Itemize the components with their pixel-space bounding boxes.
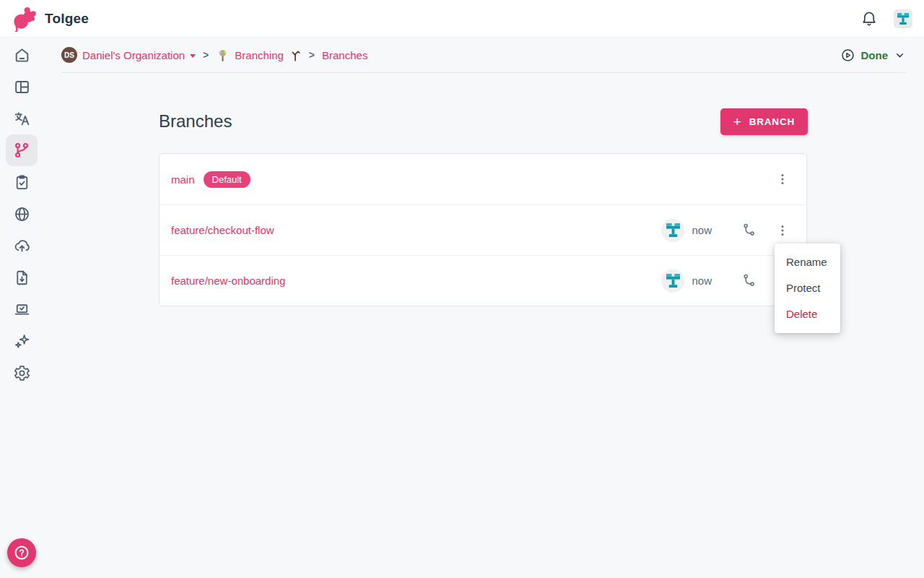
sidebar-item-settings[interactable] (6, 357, 38, 389)
sidebar-item-import[interactable] (6, 262, 38, 293)
default-badge: Default (204, 171, 250, 188)
dropdown-caret-icon (190, 54, 196, 58)
tasks-clipboard-icon (13, 173, 31, 191)
breadcrumb-page-link[interactable]: Branches (322, 49, 367, 61)
page-head: Branches + BRANCH (159, 105, 808, 137)
status-label: Done (861, 49, 889, 61)
sidebar-item-translations[interactable] (6, 103, 38, 134)
breadcrumb-trail: DS Daniel's Organization > Branching (61, 47, 367, 63)
sparkles-icon (13, 332, 31, 350)
sidebar-item-home[interactable] (6, 39, 38, 71)
page-title: Branches (159, 111, 232, 131)
task-status-selector[interactable]: Done (840, 48, 907, 63)
top-header: Tolgee (0, 0, 924, 38)
breadcrumb-project-label: Branching (235, 49, 284, 61)
author-avatar (661, 219, 684, 242)
branch-row-checkout-flow: feature/checkout-flow now (160, 204, 806, 255)
branch-row-new-onboarding: feature/new-onboarding now (160, 255, 806, 306)
branch-icon (12, 141, 31, 160)
notifications-bell-icon[interactable] (860, 10, 878, 27)
header-actions (860, 9, 912, 28)
plus-icon: + (733, 115, 742, 129)
app-logo[interactable]: Tolgee (12, 6, 89, 32)
bare-tree-icon (289, 48, 302, 62)
tolgee-app: Tolgee DS Daniel' (0, 0, 924, 578)
branch-name-link[interactable]: main (171, 173, 195, 186)
branch-row-main: main Default (160, 154, 806, 204)
sidebar-item-ai[interactable] (6, 325, 38, 357)
branch-name-link[interactable]: feature/checkout-flow (171, 224, 274, 236)
row-actions (757, 171, 790, 187)
identicon-icon (666, 223, 680, 237)
file-download-icon (13, 269, 31, 287)
sidebar-item-languages[interactable] (6, 198, 38, 230)
sidebar-item-branches[interactable] (6, 134, 38, 166)
cloud-upload-icon (13, 237, 31, 255)
row-actions: now (661, 269, 790, 293)
user-avatar[interactable] (894, 9, 912, 28)
blossom-tree-icon (216, 48, 230, 62)
dashboard-icon (13, 78, 31, 96)
play-circle-icon (840, 48, 855, 63)
sidebar-item-dashboard[interactable] (6, 71, 38, 103)
breadcrumb-project-link[interactable]: Branching (216, 48, 302, 62)
menu-item-delete[interactable]: Delete (775, 301, 840, 327)
breadcrumb: DS Daniel's Organization > Branching (61, 38, 906, 73)
home-icon (13, 46, 31, 64)
sidebar-item-export[interactable] (6, 230, 38, 262)
sidebar-nav (0, 38, 43, 578)
menu-item-rename[interactable]: Rename (775, 249, 840, 275)
author-avatar (661, 269, 684, 293)
branch-menu-dots-icon[interactable] (775, 223, 790, 238)
breadcrumb-separator: > (309, 49, 315, 61)
merge-branch-icon[interactable] (741, 222, 757, 238)
updated-time: now (692, 224, 712, 236)
merge-branch-icon[interactable] (741, 272, 757, 289)
updated-time: now (692, 275, 712, 287)
question-mark-icon (13, 544, 30, 561)
menu-item-protect[interactable]: Protect (775, 275, 840, 301)
breadcrumb-org-label: Daniel's Organization (82, 49, 185, 61)
breadcrumb-page-label: Branches (322, 49, 367, 61)
app-title: Tolgee (45, 11, 89, 27)
branch-name-link[interactable]: feature/new-onboarding (171, 275, 285, 287)
add-branch-label: BRANCH (749, 116, 795, 127)
laptop-check-icon (13, 301, 31, 319)
gear-icon (13, 364, 31, 382)
breadcrumb-org-link[interactable]: DS Daniel's Organization (61, 47, 196, 63)
globe-icon (13, 205, 31, 223)
row-actions: now (661, 219, 790, 242)
help-button[interactable] (7, 538, 36, 567)
chevron-down-icon (894, 49, 906, 61)
identicon-icon (666, 274, 680, 288)
sidebar-item-tasks[interactable] (6, 166, 38, 198)
identicon-icon (897, 13, 909, 25)
branch-list: main Default feature/checkout-flow (159, 153, 807, 306)
breadcrumb-separator: > (203, 49, 209, 61)
add-branch-button[interactable]: + BRANCH (720, 108, 808, 135)
branch-menu-dots-icon[interactable] (775, 171, 790, 187)
translate-icon (13, 110, 31, 128)
org-avatar: DS (61, 47, 77, 63)
sidebar-item-integrate[interactable] (6, 293, 38, 325)
branch-context-menu: Rename Protect Delete (775, 243, 840, 333)
tolgee-mouse-logo-icon (12, 6, 36, 32)
